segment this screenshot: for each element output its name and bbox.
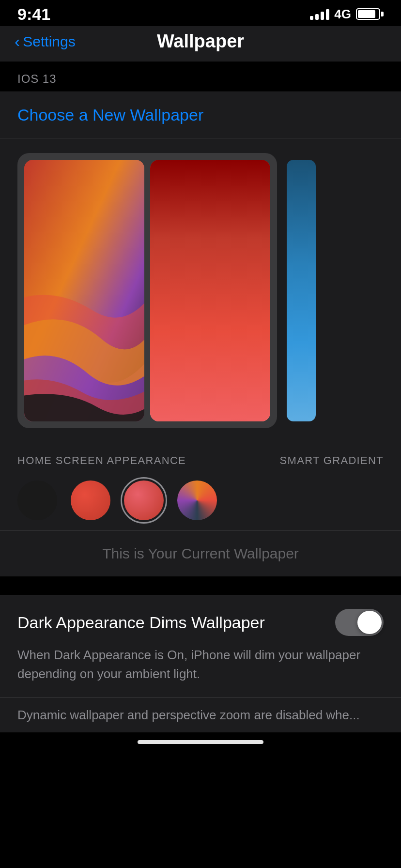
toggle-knob	[357, 611, 382, 634]
wallpaper-preview-container	[0, 139, 401, 443]
smart-gradient-label: SMART GRADIENT	[280, 454, 384, 467]
home-bar	[138, 740, 263, 744]
back-button[interactable]: ‹ Settings	[15, 32, 76, 51]
choose-wallpaper-link[interactable]: Choose a New Wallpaper	[17, 106, 203, 124]
wallpaper-pair-wrapper[interactable]	[17, 153, 277, 428]
signal-bars-icon	[310, 8, 329, 20]
nav-bar: ‹ Settings Wallpaper	[0, 26, 401, 62]
status-icons: 4G	[310, 7, 384, 22]
back-label: Settings	[23, 33, 75, 50]
bottom-partial-section: Dynamic wallpaper and perspective zoom a…	[0, 698, 401, 732]
color-option-wallpaper[interactable]	[177, 480, 217, 520]
home-indicator	[0, 732, 401, 752]
dark-appearance-row: Dark Appearance Dims Wallpaper	[17, 609, 384, 636]
status-bar: 9:41 4G	[0, 0, 401, 26]
spacer	[0, 576, 401, 586]
color-options	[17, 480, 384, 520]
status-time: 9:41	[17, 5, 50, 24]
bottom-partial-text: Dynamic wallpaper and perspective zoom a…	[17, 708, 384, 723]
color-option-black[interactable]	[17, 480, 57, 520]
chevron-left-icon: ‹	[15, 32, 20, 51]
lock-screen-wallpaper[interactable]	[24, 160, 144, 421]
wallpaper-lock-svg	[24, 160, 144, 421]
section-label: IOS 13	[0, 62, 401, 92]
appearance-header: HOME SCREEN APPEARANCE SMART GRADIENT	[17, 454, 384, 467]
dark-appearance-section: Dark Appearance Dims Wallpaper When Dark…	[0, 595, 401, 698]
appearance-section: HOME SCREEN APPEARANCE SMART GRADIENT	[0, 443, 401, 530]
color-option-red[interactable]	[71, 480, 110, 520]
next-wallpaper-peek[interactable]	[287, 160, 316, 421]
dark-appearance-toggle[interactable]	[335, 609, 384, 636]
home-screen-appearance-label: HOME SCREEN APPEARANCE	[17, 454, 186, 467]
dark-appearance-title: Dark Appearance Dims Wallpaper	[17, 613, 265, 632]
svg-rect-1	[150, 160, 270, 421]
current-wallpaper-label: This is Your Current Wallpaper	[0, 530, 401, 576]
network-type-label: 4G	[334, 7, 351, 22]
choose-wallpaper-row[interactable]: Choose a New Wallpaper	[0, 92, 401, 139]
page-title: Wallpaper	[157, 31, 244, 52]
wallpaper-home-svg	[150, 160, 270, 421]
battery-icon	[356, 8, 384, 20]
home-screen-wallpaper[interactable]	[150, 160, 270, 421]
dark-appearance-description: When Dark Appearance is On, iPhone will …	[17, 646, 384, 683]
color-option-pink-selected[interactable]	[124, 480, 164, 520]
